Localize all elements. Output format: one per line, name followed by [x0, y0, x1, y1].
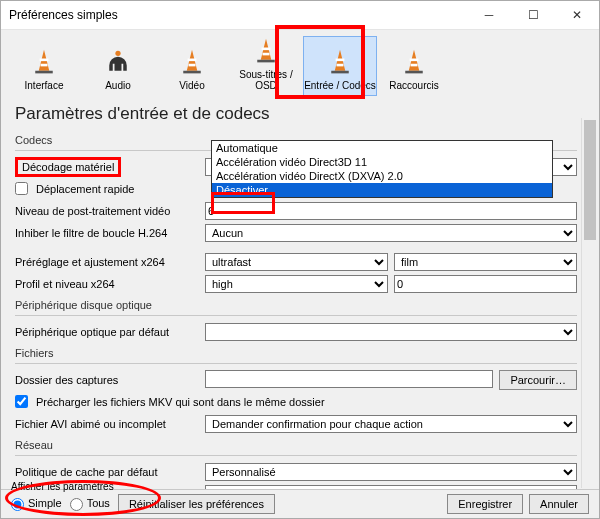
- label-capture-dir: Dossier des captures: [15, 374, 118, 386]
- tab-label: Interface: [25, 80, 64, 91]
- svg-rect-11: [337, 64, 344, 67]
- input-capture-dir[interactable]: [205, 370, 493, 388]
- titlebar: Préférences simples ─ ☐ ✕: [1, 1, 599, 30]
- svg-rect-10: [336, 59, 345, 62]
- radio-simple-wrap[interactable]: Simple: [11, 497, 62, 511]
- input-x264-level[interactable]: [394, 275, 577, 293]
- divider: [15, 315, 577, 316]
- svg-rect-15: [405, 71, 423, 74]
- tab-interface[interactable]: Interface: [7, 36, 81, 96]
- svg-rect-14: [411, 64, 418, 67]
- reset-button[interactable]: Réinitialiser les préférences: [118, 494, 275, 514]
- select-avi-damaged[interactable]: Demander confirmation pour chaque action: [205, 415, 577, 433]
- svg-rect-5: [189, 64, 196, 67]
- label-cache-policy: Politique de cache par défaut: [15, 466, 158, 478]
- group-network: Réseau: [15, 435, 577, 453]
- scrollbar-thumb[interactable]: [584, 120, 596, 240]
- window-title: Préférences simples: [1, 8, 118, 22]
- footer: Afficher les paramètres Simple Tous Réin…: [1, 489, 599, 518]
- page-title: Paramètres d'entrée et de codecs: [1, 96, 599, 130]
- save-button[interactable]: Enregistrer: [447, 494, 523, 514]
- select-x264-tune[interactable]: film: [394, 253, 577, 271]
- dropdown-option[interactable]: Automatique: [212, 141, 552, 155]
- label-post-proc: Niveau de post-traitement vidéo: [15, 205, 170, 217]
- label-hw-decode: Décodage matériel: [15, 157, 121, 177]
- tab-video[interactable]: Vidéo: [155, 36, 229, 96]
- radio-show-simple[interactable]: [11, 498, 24, 511]
- cone-icon: [326, 48, 354, 76]
- select-cache-policy[interactable]: Personnalisé: [205, 463, 577, 481]
- cone-icon: [30, 48, 58, 76]
- label-optical-default: Périphérique optique par défaut: [15, 326, 169, 338]
- dropdown-hw-decode-list[interactable]: Automatique Accélération vidéo Direct3D …: [211, 140, 553, 198]
- category-tabs: Interface Audio Vidéo Sous-titres / OSD …: [1, 30, 599, 96]
- dropdown-option[interactable]: Accélération vidéo Direct3D 11: [212, 155, 552, 169]
- svg-rect-0: [40, 59, 49, 62]
- svg-rect-1: [41, 64, 48, 67]
- tab-label: Raccourcis: [389, 80, 438, 91]
- svg-rect-9: [257, 60, 275, 63]
- input-proxy-url[interactable]: [205, 485, 577, 490]
- svg-rect-8: [263, 53, 270, 56]
- cancel-button[interactable]: Annuler: [529, 494, 589, 514]
- dropdown-option[interactable]: Accélération vidéo DirectX (DXVA) 2.0: [212, 169, 552, 183]
- svg-rect-4: [188, 59, 197, 62]
- tab-audio[interactable]: Audio: [81, 36, 155, 96]
- dropdown-option-selected[interactable]: Désactiver: [212, 183, 552, 197]
- minimize-button[interactable]: ─: [467, 1, 511, 29]
- group-optical: Périphérique disque optique: [15, 295, 577, 313]
- browse-button[interactable]: Parcourir…: [499, 370, 577, 390]
- radio-show-all[interactable]: [70, 498, 83, 511]
- group-files: Fichiers: [15, 343, 577, 361]
- svg-rect-6: [183, 71, 201, 74]
- tab-label: Vidéo: [179, 80, 204, 91]
- input-post-proc[interactable]: [205, 202, 577, 220]
- checkbox-preload-mkv[interactable]: [15, 395, 28, 408]
- settings-content: Codecs Décodage matériel Automatique Aut…: [1, 130, 599, 489]
- svg-point-3: [115, 51, 120, 56]
- tab-subtitles[interactable]: Sous-titres / OSD: [229, 36, 303, 96]
- svg-rect-12: [331, 71, 349, 74]
- divider: [15, 363, 577, 364]
- svg-rect-2: [35, 71, 53, 74]
- label-avi-damaged: Fichier AVI abimé ou incomplet: [15, 418, 166, 430]
- label-x264-profile: Profil et niveau x264: [15, 278, 115, 290]
- select-loop-filter[interactable]: Aucun: [205, 224, 577, 242]
- label-loop-filter: Inhiber le filtre de boucle H.264: [15, 227, 167, 239]
- svg-rect-13: [410, 59, 419, 62]
- tab-label: Sous-titres / OSD: [230, 69, 302, 91]
- close-button[interactable]: ✕: [555, 1, 599, 29]
- radio-all-wrap[interactable]: Tous: [70, 497, 110, 511]
- select-x264-preset[interactable]: ultrafast: [205, 253, 388, 271]
- select-optical-default[interactable]: [205, 323, 577, 341]
- maximize-button[interactable]: ☐: [511, 1, 555, 29]
- select-x264-profile[interactable]: high: [205, 275, 388, 293]
- svg-rect-7: [262, 48, 271, 51]
- label-fast-seek: Déplacement rapide: [36, 183, 134, 195]
- checkbox-fast-seek[interactable]: [15, 182, 28, 195]
- scrollbar[interactable]: [581, 118, 598, 488]
- cone-icon: [252, 37, 280, 65]
- cone-icon: [178, 48, 206, 76]
- tab-hotkeys[interactable]: Raccourcis: [377, 36, 451, 96]
- tab-label: Audio: [105, 80, 131, 91]
- tab-input-codecs[interactable]: Entrée / Codecs: [303, 36, 377, 96]
- label-show-settings: Afficher les paramètres: [11, 481, 114, 492]
- headphones-icon: [104, 48, 132, 76]
- label-x264-preset: Préréglage et ajustement x264: [15, 256, 165, 268]
- divider: [15, 455, 577, 456]
- cone-icon: [400, 48, 428, 76]
- label-preload-mkv: Précharger les fichiers MKV qui sont dan…: [36, 396, 325, 408]
- tab-label: Entrée / Codecs: [304, 80, 376, 91]
